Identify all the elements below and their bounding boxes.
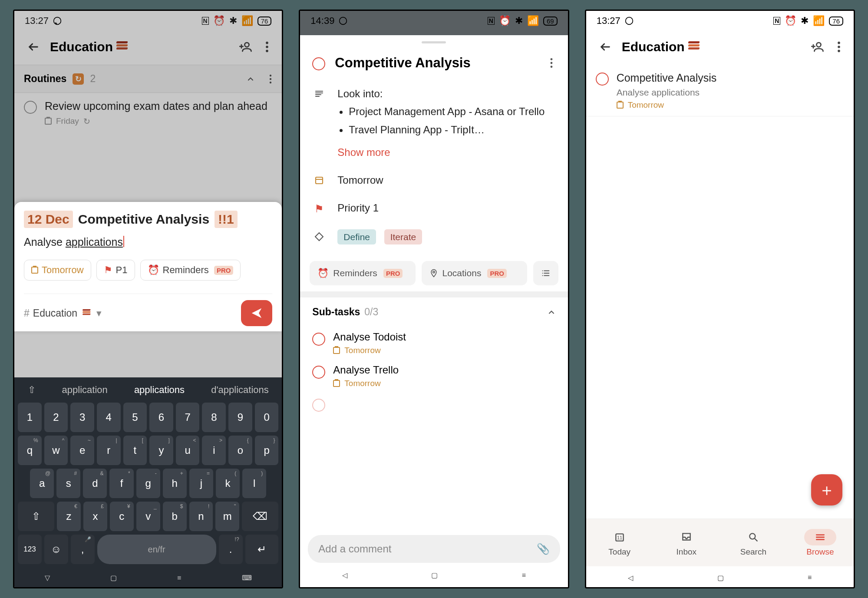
drag-handle[interactable] <box>422 41 446 43</box>
key-b[interactable]: b$ <box>163 502 187 531</box>
subtask-checkbox[interactable] <box>312 333 325 346</box>
subtask-row[interactable] <box>300 393 568 416</box>
nav-back[interactable]: ▽ <box>45 574 50 582</box>
priority-row[interactable]: ⚑ Priority 1 <box>312 194 555 223</box>
key-o[interactable]: o{ <box>228 436 252 465</box>
key-x[interactable]: x£ <box>83 502 107 531</box>
key-s[interactable]: s# <box>56 469 80 498</box>
subtask-row[interactable]: Analyse Todoist Tomorrow <box>300 327 568 360</box>
key-1[interactable]: 1 <box>18 403 42 432</box>
key-d[interactable]: d& <box>83 469 107 498</box>
subtask-checkbox[interactable] <box>312 399 325 412</box>
project-selector[interactable]: # Education ▾ <box>24 307 102 319</box>
key-g[interactable]: g- <box>136 469 160 498</box>
task-checkbox[interactable] <box>596 73 609 86</box>
subtask-row[interactable]: Analyse Trello Tomorrow <box>300 360 568 393</box>
key-r[interactable]: r| <box>97 436 121 465</box>
subtask-meta: Tomorrow <box>333 379 555 388</box>
nav-home[interactable]: ▢ <box>431 571 438 579</box>
due-row[interactable]: Tomorrow <box>312 166 555 194</box>
nav-search[interactable]: Search <box>720 519 787 566</box>
key-j[interactable]: j= <box>189 469 213 498</box>
send-button[interactable] <box>241 300 272 326</box>
nav-recent[interactable]: ≡ <box>177 574 181 582</box>
more-menu-button[interactable] <box>835 38 843 56</box>
key-f[interactable]: f* <box>109 469 133 498</box>
tags-row[interactable]: Define Iterate <box>312 223 555 251</box>
reminders-button[interactable]: ⏰ Reminders PRO <box>310 261 415 285</box>
comma-key[interactable]: ,🎤 <box>71 535 95 564</box>
nav-recent[interactable]: ≡ <box>522 572 526 579</box>
key-4[interactable]: 4 <box>97 403 121 432</box>
tag-define[interactable]: Define <box>337 229 376 244</box>
key-p[interactable]: p} <box>255 436 279 465</box>
key-y[interactable]: y] <box>149 436 173 465</box>
enter-key[interactable]: ↵ <box>245 535 279 564</box>
key-v[interactable]: v_ <box>136 502 160 531</box>
comment-input[interactable]: Add a comment 📎 <box>308 535 560 563</box>
emoji-key[interactable]: ☺ <box>44 535 68 564</box>
nav-back[interactable]: ◁ <box>342 571 347 579</box>
key-a[interactable]: a@ <box>30 469 54 498</box>
key-h[interactable]: h+ <box>163 469 187 498</box>
task-detail-title[interactable]: Competitive Analysis <box>335 55 537 71</box>
suggestion-2[interactable]: applications <box>134 384 185 396</box>
nav-today[interactable]: 11 Today <box>586 519 653 566</box>
add-task-fab[interactable]: ＋ <box>811 474 842 505</box>
show-more-button[interactable]: Show more <box>337 146 390 159</box>
subtasks-header[interactable]: Sub-tasks 0/3 <box>300 297 568 327</box>
compose-description-input[interactable]: Analyse applications <box>24 236 272 248</box>
priority-chip[interactable]: ⚑ P1 <box>96 260 135 281</box>
key-e[interactable]: e~ <box>70 436 94 465</box>
key-u[interactable]: u< <box>176 436 200 465</box>
period-key[interactable]: .!? <box>219 535 243 564</box>
key-3[interactable]: 3 <box>70 403 94 432</box>
key-0[interactable]: 0 <box>255 403 279 432</box>
locations-button[interactable]: Locations PRO <box>422 261 527 285</box>
nav-home[interactable]: ▢ <box>717 574 724 582</box>
key-c[interactable]: c¥ <box>110 502 134 531</box>
nav-recent[interactable]: ≡ <box>808 574 812 582</box>
attachment-icon[interactable]: 📎 <box>537 543 550 555</box>
nav-home[interactable]: ▢ <box>110 574 117 582</box>
nav-browse[interactable]: Browse <box>787 519 854 566</box>
key-2[interactable]: 2 <box>44 403 68 432</box>
space-key[interactable]: en/fr <box>97 535 216 564</box>
nav-inbox[interactable]: Inbox <box>653 519 720 566</box>
due-chip[interactable]: Tomorrow <box>24 260 91 281</box>
add-user-button[interactable] <box>809 38 827 56</box>
key-l[interactable]: l) <box>242 469 266 498</box>
num-key[interactable]: 123 <box>18 535 42 564</box>
key-t[interactable]: t[ <box>123 436 147 465</box>
collapse-icon[interactable] <box>547 308 556 317</box>
compose-title-input[interactable]: 12 Dec Competitive Analysis !!1 <box>24 211 272 228</box>
key-i[interactable]: i> <box>202 436 226 465</box>
nav-back[interactable]: ◁ <box>628 574 633 582</box>
suggestion-3[interactable]: d'applications <box>211 384 269 396</box>
key-m[interactable]: m" <box>215 502 239 531</box>
more-menu-button[interactable] <box>547 55 556 71</box>
task-row[interactable]: Competitive Analysis Analyse application… <box>586 65 854 116</box>
more-actions-button[interactable] <box>533 261 558 285</box>
reminders-chip[interactable]: ⏰ Reminders PRO <box>140 260 241 281</box>
key-z[interactable]: z€ <box>57 502 81 531</box>
key-w[interactable]: w^ <box>44 436 68 465</box>
key-6[interactable]: 6 <box>149 403 173 432</box>
tag-iterate[interactable]: Iterate <box>384 229 422 244</box>
nav-keyboard-icon[interactable]: ⌨ <box>242 574 252 582</box>
key-7[interactable]: 7 <box>176 403 200 432</box>
task-checkbox[interactable] <box>312 57 325 70</box>
subtask-checkbox[interactable] <box>312 366 325 379</box>
shift-suggestion-icon[interactable]: ⇧ <box>28 384 36 396</box>
key-9[interactable]: 9 <box>228 403 252 432</box>
notes-row[interactable]: Look into: Project Management App - Asan… <box>312 80 555 166</box>
key-8[interactable]: 8 <box>202 403 226 432</box>
key-k[interactable]: k( <box>216 469 240 498</box>
key-q[interactable]: q% <box>18 436 42 465</box>
suggestion-1[interactable]: application <box>62 384 108 396</box>
key-n[interactable]: n! <box>189 502 213 531</box>
key-5[interactable]: 5 <box>123 403 147 432</box>
backspace-key[interactable]: ⌫ <box>242 502 278 531</box>
back-button[interactable] <box>597 38 614 56</box>
shift-key[interactable]: ⇧ <box>18 502 54 531</box>
